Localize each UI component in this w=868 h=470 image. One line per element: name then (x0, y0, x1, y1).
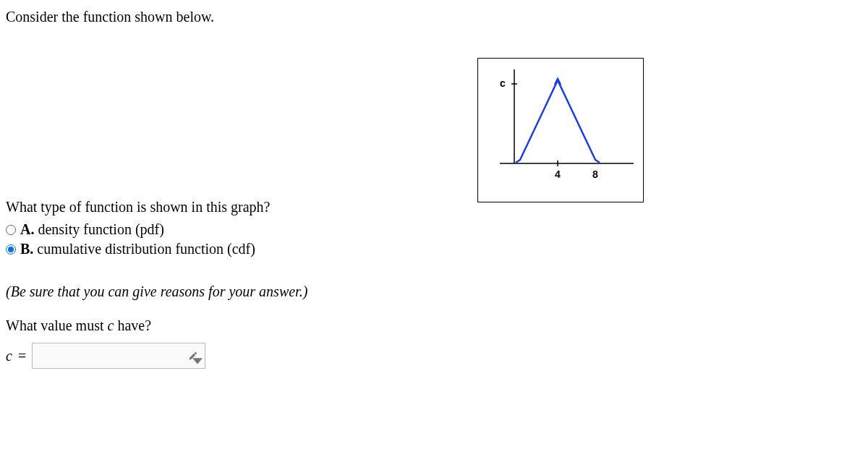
reason-note: (Be sure that you can give reasons for y… (6, 283, 862, 300)
answer-row: c = (6, 343, 862, 369)
radio-b[interactable] (6, 244, 16, 255)
x-tick-label-8: 8 (592, 168, 598, 180)
y-axis-label-c: c (500, 77, 506, 89)
function-figure: c 4 8 (477, 58, 644, 202)
option-b-label: B. cumulative distribution function (cdf… (20, 241, 255, 257)
option-b-text: cumulative distribution function (cdf) (37, 241, 255, 257)
q1-prompt: What type of function is shown in this g… (6, 199, 862, 215)
equals-sign: = (18, 348, 26, 364)
c-variable: c (6, 348, 12, 364)
pencil-icon[interactable] (187, 349, 200, 362)
option-a-text: density function (pdf) (38, 221, 163, 237)
q2-prompt-post: have? (114, 317, 151, 333)
option-a-label: A. density function (pdf) (20, 221, 164, 238)
option-a-row[interactable]: A. density function (pdf) (6, 221, 862, 238)
intro-text: Consider the function shown below. (6, 9, 862, 25)
q2-prompt-pre: What value must (6, 317, 108, 333)
q2-prompt: What value must c have? (6, 317, 862, 334)
x-tick-label-4: 4 (555, 168, 561, 180)
svg-marker-4 (192, 358, 203, 364)
c-value-input[interactable] (32, 343, 205, 369)
option-a-letter: A. (20, 221, 34, 237)
radio-a[interactable] (6, 225, 16, 235)
option-b-row[interactable]: B. cumulative distribution function (cdf… (6, 241, 862, 257)
option-b-letter: B. (20, 241, 33, 257)
